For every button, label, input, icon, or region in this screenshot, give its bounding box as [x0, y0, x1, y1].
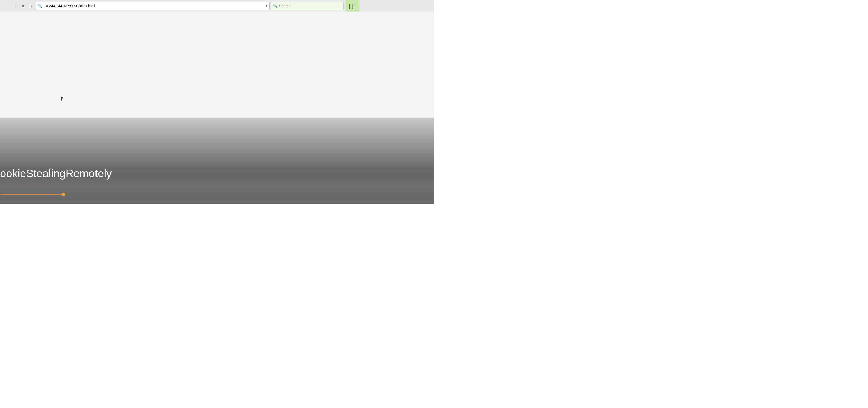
- stop-button[interactable]: ✕: [20, 3, 26, 10]
- chevron-down-icon: ▾: [266, 4, 268, 8]
- bookmarks-icon: |||⟨: [349, 3, 356, 9]
- progress-thumb[interactable]: [61, 193, 65, 196]
- page-white-area: [0, 12, 434, 118]
- back-icon: ←: [4, 4, 8, 8]
- progress-track: [0, 194, 65, 195]
- browser-toolbar: ← → ✕ ⌂ 🔍 ▾ 🔍 |||⟨: [0, 0, 434, 12]
- url-bar[interactable]: 🔍 ▾: [36, 2, 270, 10]
- home-icon: ⌂: [29, 4, 32, 8]
- cookie-stealing-text: ookieStealingRemotely: [0, 167, 112, 180]
- url-input[interactable]: [44, 4, 264, 8]
- stop-icon: ✕: [21, 4, 25, 8]
- forward-button[interactable]: →: [11, 3, 18, 9]
- toolbar-right-section: |||⟨: [346, 0, 360, 12]
- nav-buttons: ← → ✕ ⌂: [2, 3, 34, 10]
- progress-bar-container[interactable]: [0, 193, 65, 196]
- url-search-icon: 🔍: [38, 4, 42, 8]
- home-button[interactable]: ⌂: [28, 3, 34, 9]
- forward-icon: →: [12, 4, 17, 8]
- back-button[interactable]: ←: [2, 3, 9, 9]
- page-content: ookieStealingRemotely: [0, 12, 434, 204]
- search-bar[interactable]: 🔍: [271, 2, 344, 10]
- url-dropdown-button[interactable]: ▾: [266, 4, 268, 8]
- search-icon: 🔍: [273, 4, 278, 8]
- stripe-lines-overlay: [0, 118, 434, 204]
- page-gradient-area: ookieStealingRemotely: [0, 118, 434, 204]
- search-input[interactable]: [279, 4, 326, 8]
